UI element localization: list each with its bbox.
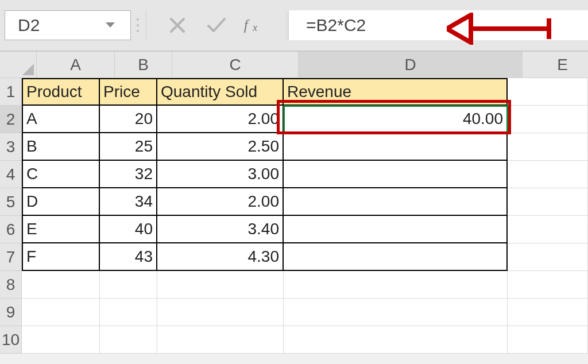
cell-B3[interactable]: 25 (100, 133, 157, 161)
table-row: E 40 3.40 (22, 216, 588, 243)
row-header-5[interactable]: 5 (0, 188, 22, 216)
cell-C6[interactable]: 3.40 (157, 216, 284, 243)
cell-D5[interactable] (284, 188, 508, 216)
cell-D8[interactable] (284, 271, 508, 299)
select-all-corner[interactable] (0, 52, 37, 78)
cell-C4[interactable]: 3.00 (157, 161, 284, 188)
cell-D2[interactable]: 40.00 (284, 106, 508, 133)
cell-D3[interactable] (284, 133, 508, 161)
svg-point-0 (137, 18, 139, 21)
spreadsheet-grid: A B C D E 1 2 3 4 5 6 7 8 9 10 Product P… (0, 52, 588, 354)
cell-B9[interactable] (100, 299, 157, 326)
cell-E1[interactable] (508, 78, 588, 106)
cell-D9[interactable] (284, 299, 508, 326)
cell-C10[interactable] (157, 326, 284, 354)
cell-D7[interactable] (284, 243, 508, 271)
row-header-6[interactable]: 6 (0, 216, 22, 243)
cell-E2[interactable] (508, 106, 588, 133)
cell-C8[interactable] (157, 271, 284, 299)
row-header-8[interactable]: 8 (0, 271, 22, 299)
name-box-dropdown-icon[interactable] (103, 22, 118, 28)
cell-C1[interactable]: Quantity Sold (157, 78, 284, 106)
enter-icon[interactable] (204, 13, 229, 38)
svg-text:f: f (244, 17, 250, 33)
name-box[interactable]: D2 (5, 10, 131, 40)
cell-A5[interactable]: D (22, 188, 100, 216)
row-header-2[interactable]: 2 (0, 106, 22, 133)
cell-A6[interactable]: E (22, 216, 100, 243)
cell-E7[interactable] (508, 243, 588, 271)
cell-E9[interactable] (508, 299, 588, 326)
formula-input[interactable]: =B2*C2 (288, 10, 588, 40)
svg-text:x: x (252, 21, 258, 33)
table-row (22, 299, 588, 326)
cell-D6[interactable] (284, 216, 508, 243)
cell-A4[interactable]: C (22, 161, 100, 188)
cell-E5[interactable] (508, 188, 588, 216)
row-header-10[interactable]: 10 (0, 326, 22, 354)
row-header-9[interactable]: 9 (0, 299, 22, 326)
row-header-4[interactable]: 4 (0, 161, 22, 188)
cell-E6[interactable] (508, 216, 588, 243)
cell-E4[interactable] (508, 161, 588, 188)
cell-C7[interactable]: 4.30 (157, 243, 284, 271)
cell-A3[interactable]: B (22, 133, 100, 161)
col-header-B[interactable]: B (115, 52, 172, 78)
cell-B6[interactable]: 40 (100, 216, 157, 243)
formula-bar-divider (131, 10, 145, 40)
cell-B7[interactable]: 43 (100, 243, 157, 271)
cell-A1[interactable]: Product (22, 78, 100, 106)
cell-E8[interactable] (508, 271, 588, 299)
row-header-1[interactable]: 1 (0, 78, 22, 106)
cell-D4[interactable] (284, 161, 508, 188)
cell-B1[interactable]: Price (100, 78, 157, 106)
cell-A2[interactable]: A (22, 106, 100, 133)
table-row: B 25 2.50 (22, 133, 588, 161)
cell-C2[interactable]: 2.00 (157, 106, 284, 133)
row-headers: 1 2 3 4 5 6 7 8 9 10 (0, 78, 22, 354)
col-header-C[interactable]: C (172, 52, 299, 78)
cell-C9[interactable] (157, 299, 284, 326)
cell-A8[interactable] (22, 271, 100, 299)
svg-point-1 (137, 24, 139, 26)
cell-A7[interactable]: F (22, 243, 100, 271)
col-header-D[interactable]: D (299, 52, 523, 78)
cell-E3[interactable] (508, 133, 588, 161)
table-row (22, 326, 588, 354)
cell-A10[interactable] (22, 326, 100, 354)
formula-text: =B2*C2 (306, 16, 366, 35)
cell-B8[interactable] (100, 271, 157, 299)
column-headers: A B C D E (37, 52, 588, 78)
svg-point-2 (137, 30, 139, 32)
table-row: C 32 3.00 (22, 161, 588, 188)
table-row: F 43 4.30 (22, 243, 588, 271)
table-row: Product Price Quantity Sold Revenue (22, 78, 588, 106)
cell-E10[interactable] (508, 326, 588, 354)
cell-C5[interactable]: 2.00 (157, 188, 284, 216)
cell-D10[interactable] (284, 326, 508, 354)
cancel-icon[interactable] (165, 13, 190, 38)
cell-B4[interactable]: 32 (100, 161, 157, 188)
row-header-3[interactable]: 3 (0, 133, 22, 161)
table-row: D 34 2.00 (22, 188, 588, 216)
cells-area: Product Price Quantity Sold Revenue A 20… (22, 78, 588, 354)
table-row (22, 271, 588, 299)
cell-C3[interactable]: 2.50 (157, 133, 284, 161)
row-header-7[interactable]: 7 (0, 243, 22, 271)
col-header-E[interactable]: E (523, 52, 588, 78)
cell-B5[interactable]: 34 (100, 188, 157, 216)
table-row: A 20 2.00 40.00 (22, 106, 588, 133)
formula-bar: D2 f x =B2*C2 (0, 0, 588, 52)
col-header-A[interactable]: A (37, 52, 115, 78)
fx-icon[interactable]: f x (243, 13, 268, 38)
cell-A9[interactable] (22, 299, 100, 326)
cell-B10[interactable] (100, 326, 157, 354)
formula-bar-buttons: f x (146, 10, 287, 40)
name-box-value: D2 (18, 16, 40, 35)
cell-B2[interactable]: 20 (100, 106, 157, 133)
cell-D1[interactable]: Revenue (284, 78, 508, 106)
